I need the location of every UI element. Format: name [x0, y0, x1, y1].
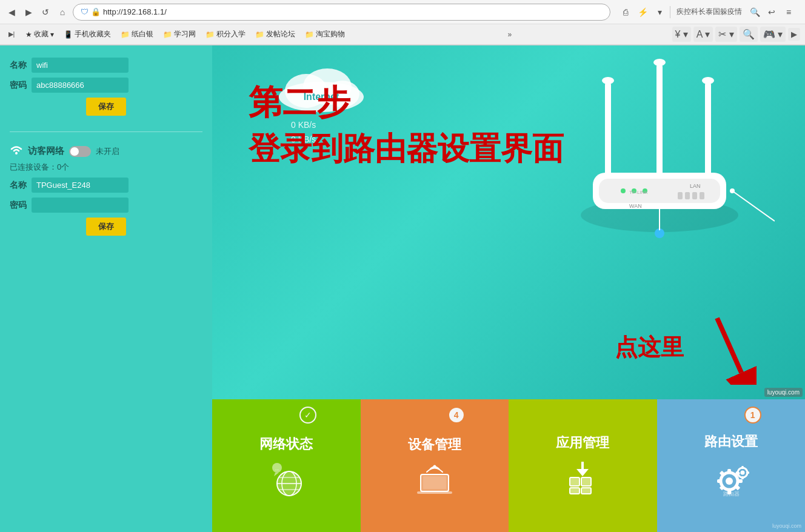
bookmark-silver[interactable]: 📁 纸白银 — [118, 28, 156, 41]
bookmark-mobile[interactable]: 📱 手机收藏夹 — [61, 28, 113, 41]
svg-rect-16 — [678, 192, 683, 199]
step-title: 第二步 — [249, 82, 564, 122]
bookmark-favorites[interactable]: ★ 收藏 ▾ — [23, 28, 56, 41]
arrow-svg — [708, 312, 757, 385]
dropdown-icon[interactable]: ▾ — [653, 5, 666, 19]
svg-text:TP-LINK: TP-LINK — [629, 190, 648, 195]
separator — [670, 6, 670, 18]
wifi-name-row: 名称 — [10, 58, 202, 73]
svg-rect-61 — [741, 466, 744, 469]
wifi-password-label: 密码 — [10, 80, 27, 91]
wifi-password-input[interactable] — [32, 78, 129, 93]
forward-button[interactable]: ▶ — [22, 5, 35, 19]
guest-status: 未开启 — [96, 146, 119, 157]
bookmark-taobao[interactable]: 📁 淘宝购物 — [302, 28, 347, 41]
bookmarks-more[interactable]: » — [507, 30, 512, 39]
guest-name-input[interactable] — [32, 178, 129, 193]
svg-rect-63 — [736, 471, 739, 474]
guest-toggle[interactable] — [69, 146, 91, 157]
tile-device-management[interactable]: 4 设备管理 — [361, 399, 509, 532]
svg-point-50 — [726, 477, 733, 485]
bookmark-label: 淘宝购物 — [316, 29, 345, 39]
svg-rect-64 — [746, 471, 749, 474]
svg-rect-53 — [717, 479, 722, 483]
bookmark-label: 纸白银 — [132, 29, 153, 39]
svg-rect-54 — [738, 479, 743, 483]
bookmark-points[interactable]: 📁 积分入学 — [203, 28, 248, 41]
svg-point-23 — [653, 59, 666, 66]
svg-rect-18 — [692, 192, 697, 199]
svg-rect-22 — [656, 64, 663, 176]
menu-icon[interactable]: ≡ — [782, 5, 795, 19]
svg-point-11 — [621, 188, 626, 193]
lightning-icon[interactable]: ⚡ — [636, 5, 649, 19]
guest-name-row: 名称 — [10, 178, 202, 193]
sidebar: 名称 密码 保存 — [0, 45, 212, 532]
guest-password-input[interactable] — [32, 198, 129, 213]
tile-network-status[interactable]: ✓ 网络状态 ... — [212, 399, 361, 532]
svg-rect-46 — [581, 477, 591, 486]
address-bar[interactable]: 🛡 🔒 http://192.168.1.1/ — [73, 4, 610, 21]
step-subtitle: 登录到路由器设置界面 — [249, 128, 564, 170]
wifi-section: 名称 密码 保存 — [10, 58, 202, 119]
tile-label-network: 网络状态 — [259, 435, 313, 453]
svg-rect-51 — [727, 469, 731, 474]
chevron-icon: ▾ — [50, 30, 54, 39]
bottom-tiles: ✓ 网络状态 ... — [212, 399, 805, 532]
svg-rect-17 — [685, 192, 690, 199]
divider — [10, 131, 202, 132]
connected-info: 已连接设备：0个 — [10, 162, 202, 173]
svg-rect-62 — [741, 476, 744, 479]
game-icon[interactable]: 🎮 ▾ — [760, 27, 786, 42]
scissors-icon[interactable]: ✂ ▾ — [715, 27, 737, 42]
guest-section: 访客网络 未开启 已连接设备：0个 名称 密码 保存 — [10, 144, 202, 239]
svg-rect-19 — [700, 192, 704, 199]
translate-icon[interactable]: A ▾ — [693, 27, 713, 42]
svg-point-39 — [433, 465, 436, 468]
svg-line-7 — [717, 318, 741, 373]
tile-app-management[interactable]: 应用管理 — [509, 399, 657, 532]
search-icon[interactable]: 🔍 — [748, 5, 761, 19]
globe-svg: ... — [268, 461, 304, 497]
svg-rect-47 — [570, 488, 580, 494]
app-icon-svg — [561, 459, 604, 496]
yen-icon[interactable]: ¥ ▾ — [672, 27, 691, 42]
wifi-password-row: 密码 — [10, 78, 202, 93]
back-button[interactable]: ◀ — [5, 5, 18, 19]
settings-icon: 路由器 — [710, 458, 752, 500]
star-icon: ★ — [25, 30, 32, 39]
router-area: Internet 0 KB/s 0 KB/s 第二步 登录到路由器设置界面 点这… — [212, 45, 805, 399]
search2-icon[interactable]: 🔍 — [740, 27, 758, 42]
bookmark-label: 积分入学 — [216, 29, 246, 39]
wifi-name-input[interactable] — [32, 58, 129, 73]
address-text: http://192.168.1.1/ — [103, 7, 167, 16]
extension-icon[interactable]: ▶ — [788, 28, 800, 41]
app-management-icon — [561, 459, 604, 498]
click-here-text: 点这里 — [615, 332, 684, 363]
wifi-save-button[interactable]: 保存 — [86, 98, 126, 116]
bookmark-forum[interactable]: 📁 发帖论坛 — [253, 28, 298, 41]
step-overlay: 第二步 登录到路由器设置界面 — [249, 82, 564, 170]
router-illustration: LAN WAN — [544, 52, 775, 270]
share-icon[interactable]: ⎙ — [619, 5, 632, 19]
reload-button[interactable]: ↺ — [39, 5, 52, 19]
svg-point-60 — [740, 470, 744, 474]
lock-icon: 🔒 — [91, 7, 101, 16]
tile-router-settings[interactable]: 1 路由设置 — [657, 399, 806, 532]
shield-icon: 🛡 — [81, 7, 89, 16]
bookmark-label: 发帖论坛 — [266, 29, 295, 39]
tile-number-badge: 4 — [448, 407, 465, 424]
svg-point-25 — [702, 77, 714, 84]
bookmark-study[interactable]: 📁 学习网 — [161, 28, 198, 41]
svg-rect-20 — [605, 82, 611, 176]
globe-icon: ... — [268, 461, 304, 497]
guest-name-label: 名称 — [10, 180, 27, 191]
guest-save-button[interactable]: 保存 — [86, 218, 126, 236]
home-button[interactable]: ⌂ — [56, 5, 69, 19]
sidebar-toggle[interactable]: ▶| — [5, 28, 18, 41]
undo-icon[interactable]: ↩ — [765, 5, 778, 19]
tile-check-badge: ✓ — [299, 407, 316, 424]
settings-svg: 路由器 — [710, 458, 752, 497]
svg-point-29 — [730, 188, 735, 193]
main-container: 名称 密码 保存 — [0, 45, 805, 532]
